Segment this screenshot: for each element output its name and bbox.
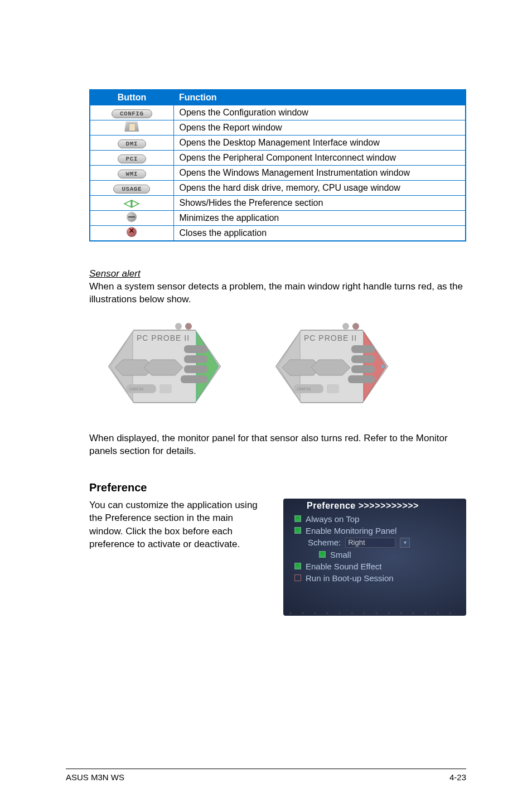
chevron-icon: >>>>>>>>>>> [359,501,419,510]
minimize-icon [127,212,137,222]
toggle-preference-icon: ◁▷ [124,197,139,209]
scheme-value: Right [348,538,365,547]
function-cell: Closes the application [173,226,466,241]
table-row: ◁▷ Shows/Hides the Preference section [90,196,466,211]
checkbox-icon[interactable] [294,563,301,569]
checkbox-icon[interactable] [294,574,301,581]
table-row: Minimizes the application [90,211,466,226]
checkbox-icon[interactable] [319,551,326,558]
svg-point-4 [185,323,192,330]
preference-text: You can customize the application using … [89,499,267,616]
checkbox-icon[interactable] [294,515,301,522]
function-cell: Shows/Hides the Preference section [173,196,466,211]
svg-text:CONFIG: CONFIG [297,387,311,392]
svg-text:WMI: WMI [191,368,198,372]
preference-heading: Preference [89,481,466,494]
close-icon [127,227,137,237]
table-row: PCI Opens the Peripheral Component Inter… [90,151,466,166]
pref-label: Always on Top [306,514,359,524]
usage-button-icon: USAGE [113,185,150,194]
svg-point-23 [352,323,359,330]
decorative-dots: • • • • • • • • • • • • • • • • [289,609,461,613]
pref-label: Enable Sound Effect [306,562,382,571]
dropdown-arrow-icon[interactable]: ▾ [400,538,410,548]
app-title-label: PC PROBE II [137,334,190,342]
header-function: Function [173,90,466,105]
scheme-select[interactable]: Right [345,538,395,548]
function-cell: Opens the hard disk drive, memory, CPU u… [173,181,466,196]
pref-label: Run in Boot-up Session [306,573,394,583]
svg-text:PCI: PCI [358,357,365,362]
function-cell: Opens the Report window [173,120,466,136]
function-cell: Minimizes the application [173,211,466,226]
checkbox-icon[interactable] [294,527,301,534]
svg-text:WMI: WMI [358,368,365,372]
function-cell: Opens the Desktop Management Interface w… [173,136,466,151]
table-row: WMI Opens the Windows Management Instrum… [90,166,466,181]
svg-text:DMI: DMI [191,347,198,352]
svg-text:USAGE: USAGE [352,378,364,382]
sensor-after-text: When displayed, the monitor panel for th… [89,432,466,458]
pc-probe-normal: PC PROBE II DMI PCI WMI USAGE CONFIG [100,316,229,417]
preference-title-text: Preference [307,501,356,510]
table-row: Opens the Report window [90,120,466,136]
footer-left: ASUS M3N WS [66,772,124,782]
page-footer: ASUS M3N WS 4-23 [66,769,466,782]
table-row: Closes the application [90,226,466,241]
pref-run-bootup[interactable]: Run in Boot-up Session [283,572,466,584]
function-cell: Opens the Windows Management Instrumenta… [173,166,466,181]
config-button-icon: CONFIG [112,109,152,118]
app-title-label: PC PROBE II [304,334,357,342]
table-row: USAGE Opens the hard disk drive, memory,… [90,181,466,196]
svg-rect-34 [327,384,339,393]
svg-text:CONFIG: CONFIG [129,387,143,392]
pref-always-on-top[interactable]: Always on Top [283,513,466,525]
scheme-label: Scheme: [308,538,341,547]
table-row: CONFIG Opens the Configuration window [90,105,466,120]
table-row: DMI Opens the Desktop Management Interfa… [90,136,466,151]
footer-right: 4-23 [449,772,466,782]
button-function-table: Button Function CONFIG Opens the Configu… [89,89,466,241]
report-button-icon [124,122,139,132]
pc-probe-alert: PC PROBE II DMI PCI WMI USAGE CONFIG [268,316,396,417]
svg-marker-17 [144,360,183,375]
svg-rect-15 [159,384,172,393]
svg-text:USAGE: USAGE [185,378,197,382]
pref-enable-sound[interactable]: Enable Sound Effect [283,561,466,572]
pref-label: Small [330,550,351,559]
pref-enable-monitoring[interactable]: Enable Monitoring Panel [283,525,466,537]
pref-small[interactable]: Small [283,549,466,561]
pref-scheme: Scheme: Right ▾ [283,537,466,549]
preference-panel: Preference >>>>>>>>>>> Always on Top Ena… [283,499,466,616]
svg-point-22 [342,323,349,330]
preference-panel-title: Preference >>>>>>>>>>> [283,499,466,513]
svg-marker-36 [311,360,350,375]
function-cell: Opens the Configuration window [173,105,466,120]
dmi-button-icon: DMI [118,139,146,148]
svg-text:PCI: PCI [191,357,198,362]
function-cell: Opens the Peripheral Component Interconn… [173,151,466,166]
svg-text:DMI: DMI [358,347,365,352]
header-button: Button [90,90,173,105]
pci-button-icon: PCI [118,154,146,163]
sensor-alert-text: When a system sensor detects a problem, … [89,281,466,306]
wmi-button-icon: WMI [118,170,146,178]
hex-illustrations: PC PROBE II DMI PCI WMI USAGE CONFIG PC … [100,316,466,417]
sensor-alert-heading: Sensor alert [89,268,466,279]
svg-point-3 [175,323,182,330]
pref-label: Enable Monitoring Panel [306,526,396,535]
